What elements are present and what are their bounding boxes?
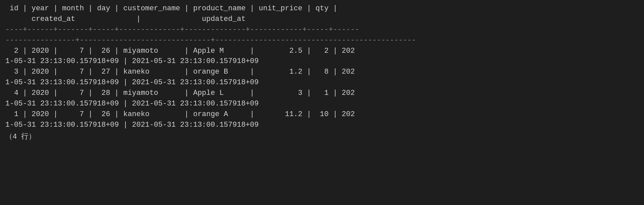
header-line2: created_at | updated_at [5,14,639,25]
row-count-footer: （4 行） [5,132,639,142]
table-row: 4 | 2020 | 7 | 28 | miyamoto | Apple L |… [5,88,639,109]
table-row: 1 | 2020 | 7 | 26 | kaneko | orange A | … [5,109,639,130]
table-row: 3 | 2020 | 7 | 27 | kaneko | orange B | … [5,67,639,88]
row-1-line2: 1-05-31 23:13:00.157918+09 | 2021-05-31 … [5,56,639,67]
terminal-output: id | year | month | day | customer_name … [5,3,639,142]
row-2-line2: 1-05-31 23:13:00.157918+09 | 2021-05-31 … [5,77,639,88]
row-2-line1: 3 | 2020 | 7 | 27 | kaneko | orange B | … [5,67,639,77]
header-line1: id | year | month | day | customer_name … [5,3,639,14]
row-3-line2: 1-05-31 23:13:00.157918+09 | 2021-05-31 … [5,99,639,109]
row-4-line1: 1 | 2020 | 7 | 26 | kaneko | orange A | … [5,109,639,120]
row-1-line1: 2 | 2020 | 7 | 26 | miyamoto | Apple M |… [5,46,639,56]
table-row: 2 | 2020 | 7 | 26 | miyamoto | Apple M |… [5,46,639,67]
row-3-line1: 4 | 2020 | 7 | 28 | miyamoto | Apple L |… [5,88,639,99]
separator-line2: ----------------+-----------------------… [5,35,639,46]
separator-line1: ----+------+-------+-----+--------------… [5,25,639,35]
row-4-line2: 1-05-31 23:13:00.157918+09 | 2021-05-31 … [5,120,639,130]
